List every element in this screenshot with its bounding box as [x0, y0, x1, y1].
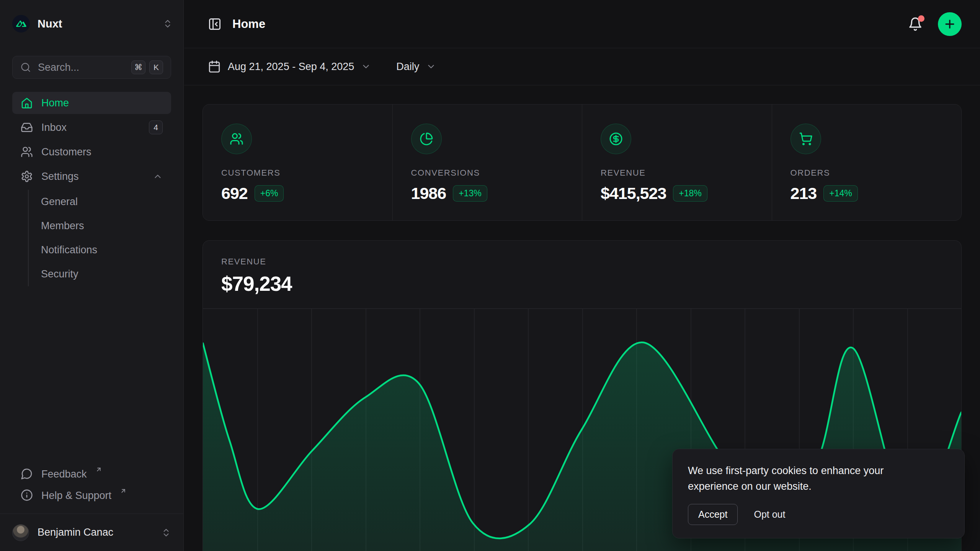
users-icon [21, 146, 33, 158]
message-circle-icon [21, 468, 33, 480]
chevrons-up-down-icon [163, 19, 173, 29]
sub-item-label: Security [41, 268, 78, 280]
stat-tile-revenue: REVENUE $415,523 +18% [582, 104, 772, 220]
stat-tile-customers: CUSTOMERS 692 +6% [203, 104, 392, 220]
notifications-button[interactable] [908, 17, 923, 31]
pie-chart-icon [411, 124, 442, 154]
kbd-k: K [149, 60, 163, 74]
cookie-banner: We use first-party cookies to enhance yo… [672, 449, 965, 538]
gear-icon [21, 170, 33, 183]
sidebar-item-label: Customers [41, 146, 163, 158]
chevron-up-icon [153, 171, 163, 181]
shopping-cart-icon [791, 124, 821, 154]
sub-item-label: Notifications [41, 244, 97, 256]
plus-icon [943, 18, 956, 31]
chevron-down-icon [361, 62, 371, 72]
app: Nuxt Search... ⌘ K Home [0, 0, 980, 551]
panel-left-close-icon [208, 17, 222, 31]
workspace-switcher[interactable]: Nuxt [12, 13, 173, 34]
stat-value: $415,523 [601, 184, 666, 203]
stat-label: CUSTOMERS [221, 168, 374, 178]
chevron-down-icon [426, 62, 436, 72]
stat-value: 1986 [411, 184, 446, 203]
sidebar-nav: Home Inbox 4 Customers Settings [12, 92, 171, 289]
filters-toolbar: Aug 21, 2025 - Sep 4, 2025 Daily [184, 48, 980, 85]
sidebar-item-settings[interactable]: Settings [12, 165, 171, 187]
cookie-message: We use first-party cookies to enhance yo… [688, 463, 921, 494]
sub-item-label: Members [41, 220, 84, 232]
stat-delta-badge: +13% [453, 185, 487, 202]
chevrons-up-down-icon [161, 528, 171, 538]
user-name: Benjamin Canac [38, 527, 153, 538]
nuxt-logo-icon [12, 15, 30, 33]
header-actions [908, 12, 962, 36]
stat-delta-badge: +14% [823, 185, 858, 202]
sidebar-item-general[interactable]: General [41, 190, 171, 214]
chart-value: $79,234 [221, 272, 943, 295]
sidebar-item-notifications[interactable]: Notifications [41, 238, 171, 262]
settings-subnav: General Members Notifications Security [28, 190, 171, 286]
stat-delta-badge: +6% [255, 185, 284, 202]
sidebar-item-security[interactable]: Security [41, 262, 171, 286]
footer-link-label: Help & Support [41, 489, 111, 502]
kbd-cmd: ⌘ [131, 60, 145, 74]
page-title: Home [232, 17, 265, 31]
add-button[interactable] [938, 12, 962, 36]
users-icon [221, 124, 252, 154]
stat-label: ORDERS [791, 168, 943, 178]
stat-delta-badge: +18% [673, 185, 707, 202]
sidebar-toggle-button[interactable] [208, 17, 222, 31]
opt-out-button[interactable]: Opt out [754, 509, 785, 520]
external-link-icon [120, 487, 127, 494]
period-value: Daily [396, 61, 419, 73]
date-range-picker[interactable]: Aug 21, 2025 - Sep 4, 2025 [208, 60, 371, 73]
sidebar-item-label: Home [41, 97, 163, 109]
inbox-icon [21, 121, 33, 134]
user-menu[interactable]: Benjamin Canac [0, 514, 183, 551]
accept-button[interactable]: Accept [688, 504, 738, 525]
search-input[interactable]: Search... ⌘ K [12, 56, 171, 79]
footer-link-label: Feedback [41, 468, 87, 481]
cookie-actions: Accept Opt out [688, 504, 949, 525]
sidebar-item-label: Inbox [41, 122, 140, 134]
sidebar-item-customers[interactable]: Customers [12, 141, 171, 163]
sidebar-item-home[interactable]: Home [12, 92, 171, 114]
revenue-chart-header: REVENUE $79,234 [203, 241, 961, 295]
stat-tile-orders: ORDERS 213 +14% [772, 104, 962, 220]
period-select[interactable]: Daily [396, 61, 436, 73]
stat-tile-conversions: CONVERSIONS 1986 +13% [392, 104, 582, 220]
stat-label: CONVERSIONS [411, 168, 564, 178]
sidebar-item-inbox[interactable]: Inbox 4 [12, 116, 171, 139]
workspace-name: Nuxt [38, 18, 155, 30]
stats-card: CUSTOMERS 692 +6% CONVERSIONS 1986 +13% [203, 104, 962, 221]
external-link-icon [95, 466, 102, 473]
help-support-link[interactable]: Help & Support [12, 485, 171, 507]
avatar [12, 524, 29, 541]
chart-label: REVENUE [221, 257, 943, 267]
sub-item-label: General [41, 196, 78, 208]
sidebar-footer: Feedback Help & Support [12, 464, 171, 507]
stat-label: REVENUE [601, 168, 753, 178]
sidebar-item-label: Settings [41, 171, 144, 183]
date-range-value: Aug 21, 2025 - Sep 4, 2025 [228, 61, 354, 73]
dollar-circle-icon [601, 124, 631, 154]
inbox-badge: 4 [149, 121, 163, 134]
house-icon [21, 97, 33, 109]
info-circle-icon [21, 489, 33, 501]
calendar-icon [208, 60, 221, 73]
page-header: Home [184, 0, 980, 48]
sidebar: Nuxt Search... ⌘ K Home [0, 0, 184, 551]
search-placeholder: Search... [38, 62, 124, 73]
search-icon [20, 62, 31, 73]
stat-value: 692 [221, 184, 248, 203]
notification-dot [918, 15, 924, 22]
stat-value: 213 [791, 184, 817, 203]
sidebar-item-members[interactable]: Members [41, 214, 171, 238]
feedback-link[interactable]: Feedback [12, 464, 171, 485]
